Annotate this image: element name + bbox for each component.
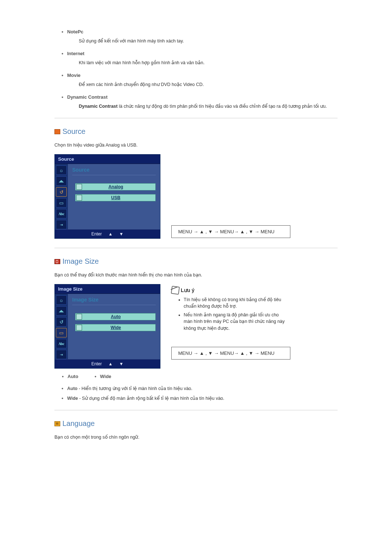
source-icon[interactable]: ↺ (56, 187, 67, 197)
item-desc: Khi làm việc với màn hình hỗn hợp gồm hì… (79, 60, 338, 65)
section-icon (54, 129, 60, 134)
osd-option-auto[interactable]: Auto (75, 313, 156, 320)
note-title: Lưu ý (181, 287, 195, 293)
source-icon[interactable]: ↺ (56, 317, 67, 327)
checkbox-icon (76, 195, 82, 201)
osd-option-analog[interactable]: Analog (75, 183, 156, 190)
gauge-icon[interactable]: ◢◣ (56, 176, 67, 186)
up-arrow-icon[interactable]: ▲ (108, 361, 113, 366)
item-title: Movie (67, 73, 81, 78)
section-icon (54, 259, 60, 264)
list-item: Wide - Sử dụng chế độ màn ảnh rộng bất k… (67, 395, 338, 401)
note-item: Tín hiệu sẽ không có trong khi bảng chế … (184, 296, 287, 309)
imagesize-options-inline: Auto Wide (54, 374, 338, 379)
screen-icon[interactable]: ▭ (56, 198, 67, 208)
brightness-icon[interactable]: ☼ (56, 165, 67, 175)
section-icon (54, 421, 60, 426)
note-icon (171, 286, 180, 295)
osd-titlebar: Image Size (55, 284, 160, 294)
item-title: Wide (67, 396, 78, 401)
mode-list: NotePc Sử dụng để kết nối với màn hình m… (54, 29, 338, 109)
osd-source-panel: Source ☼ ◢◣ ↺ ▭ Abc ⇥ Source Analog (54, 154, 160, 239)
list-item: Dynamic Contrast Dynamic Contrast là chứ… (67, 94, 338, 109)
item-desc-text: - Sử dụng chế độ màn ảnh rộng bất kể tỉ … (78, 396, 224, 401)
osd-titlebar: Source (55, 155, 160, 164)
section-title: Image Size (62, 257, 99, 266)
osd-sidebar: ☼ ◢◣ ↺ ▭ Abc ⇥ (55, 294, 68, 359)
item-desc: Để xem các hình ảnh chuyển động như DVD … (79, 82, 338, 87)
abc-icon[interactable]: Abc (56, 339, 67, 348)
osd-subtitle: Source (72, 167, 156, 175)
item-title: Internet (67, 51, 85, 56)
note-list: Tín hiệu sẽ không có trong khi bảng chế … (171, 296, 287, 332)
down-arrow-icon[interactable]: ▼ (119, 361, 123, 366)
item-desc: Sử dụng để kết nối với màn hình máy tính… (79, 38, 338, 44)
divider (54, 410, 338, 410)
source-intro: Chọn tín hiệu video giữa Analog và USB. (54, 142, 338, 148)
language-intro: Bạn có chọn một trong số chín ngôn ngữ. (54, 434, 338, 440)
option-label: Analog (86, 184, 155, 189)
divider (54, 248, 338, 248)
osd-footer: Enter ▲ ▼ (55, 359, 160, 368)
gauge-icon[interactable]: ◢◣ (56, 306, 67, 316)
list-item: Internet Khi làm việc với màn hình hỗn h… (67, 51, 338, 65)
section-title: Language (62, 419, 95, 428)
osd-subtitle: Image Size (72, 297, 156, 305)
enter-label[interactable]: Enter (91, 231, 102, 237)
abc-icon[interactable]: Abc (56, 209, 67, 218)
up-arrow-icon[interactable]: ▲ (108, 231, 113, 237)
item-title: Auto (67, 386, 77, 391)
osd-option-wide[interactable]: Wide (75, 324, 156, 331)
exit-icon[interactable]: ⇥ (56, 350, 67, 359)
osd-imagesize-panel: Image Size ☼ ◢◣ ↺ ▭ Abc ⇥ Image Size Aut… (54, 284, 160, 369)
menu-navigation-hint: MENU → ▲ , ▼ → MENU→ ▲ , ▼ → MENU (171, 225, 290, 238)
osd-sidebar: ☼ ◢◣ ↺ ▭ Abc ⇥ (55, 164, 68, 229)
exit-icon[interactable]: ⇥ (56, 220, 67, 229)
imagesize-desc-list: Auto - Hiển thị tương ứng với tỉ lệ màn … (54, 386, 338, 401)
down-arrow-icon[interactable]: ▼ (119, 231, 123, 237)
section-title: Source (62, 127, 85, 136)
item-desc-text: - Hiển thị tương ứng với tỉ lệ màn hình … (77, 386, 192, 391)
menu-navigation-hint: MENU → ▲ , ▼ → MENU→ ▲ , ▼ → MENU (171, 347, 290, 360)
item-desc-bold: Dynamic Contrast (79, 104, 118, 109)
list-item: Auto - Hiển thị tương ứng với tỉ lệ màn … (67, 386, 338, 391)
osd-option-usb[interactable]: USB (75, 194, 156, 201)
imagesize-heading: Image Size (54, 257, 338, 266)
item-title: Dynamic Contrast (67, 94, 107, 100)
option-label: Wide (86, 325, 155, 330)
list-item: Wide (100, 374, 111, 379)
list-item: Auto (68, 374, 78, 379)
item-desc-text: là chức năng tự động dò tìm phân phối tí… (118, 104, 327, 109)
checkbox-icon (76, 325, 82, 331)
note-item: Nếu hình ảnh ngang là độ phân giải tối ư… (184, 312, 287, 331)
option-label: Auto (86, 314, 155, 319)
list-item: Movie Để xem các hình ảnh chuyển động nh… (67, 73, 338, 87)
list-item: NotePc Sử dụng để kết nối với màn hình m… (67, 29, 338, 44)
enter-label[interactable]: Enter (91, 361, 102, 366)
item-title: NotePc (67, 29, 83, 34)
checkbox-icon (76, 184, 82, 190)
item-desc: Dynamic Contrast là chức năng tự động dò… (79, 103, 338, 109)
note-block: Lưu ý Tín hiệu sẽ không có trong khi bản… (171, 284, 287, 334)
checkbox-icon (76, 314, 82, 320)
osd-footer: Enter ▲ ▼ (55, 229, 160, 238)
option-label: USB (86, 195, 155, 200)
imagesize-intro: Bạn có thể thay đổi kích thước màn hình … (54, 272, 338, 278)
brightness-icon[interactable]: ☼ (56, 295, 67, 305)
language-heading: Language (54, 419, 338, 428)
source-heading: Source (54, 127, 338, 136)
screen-icon[interactable]: ▭ (56, 328, 67, 337)
divider (54, 118, 338, 118)
